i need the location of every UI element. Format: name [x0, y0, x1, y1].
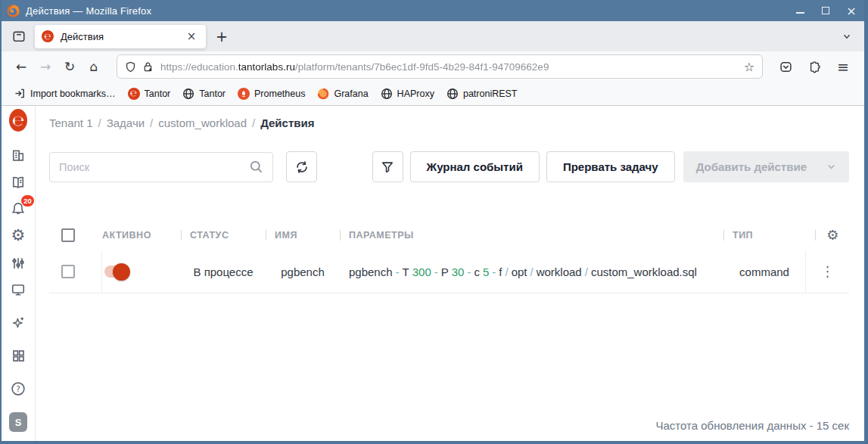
row-checkbox[interactable] — [61, 265, 75, 278]
nav-right-icons: ≡ — [773, 54, 855, 79]
sidebar-item-apps[interactable] — [9, 348, 27, 365]
sidebar-item-home[interactable]: ℮ — [9, 112, 27, 129]
bookmark-label: Tantor — [145, 88, 171, 99]
header-name[interactable]: ИМЯ — [266, 220, 340, 250]
sidebar-item-parameters[interactable] — [9, 255, 27, 272]
breadcrumb-separator: / — [252, 116, 255, 129]
reload-button[interactable]: ↻ — [58, 54, 82, 79]
firefox-view-button[interactable] — [8, 25, 30, 48]
select-all-checkbox[interactable] — [61, 228, 75, 242]
header-settings[interactable]: ⚙ — [805, 220, 849, 250]
active-toggle[interactable] — [104, 265, 129, 278]
url-bar[interactable]: https://education.tantorlabs.ru/platform… — [117, 54, 763, 79]
lock-icon[interactable] — [142, 61, 154, 73]
menu-button[interactable]: ≡ — [831, 54, 855, 79]
param-token: workload — [537, 265, 582, 278]
sidebar-item-notifications[interactable]: 20 — [9, 200, 27, 217]
breadcrumb-item[interactable]: custom_workload — [158, 116, 247, 129]
breadcrumb-item[interactable]: Tenant 1 — [49, 116, 93, 129]
refresh-rate-status: Частота обновления данных - 15 сек — [655, 419, 849, 432]
gear-icon: ⚙ — [11, 228, 26, 244]
globe-icon — [381, 88, 393, 100]
pocket-save-button[interactable] — [773, 54, 798, 79]
bookmark-label: HAProxy — [397, 88, 434, 99]
search-input[interactable] — [59, 161, 249, 173]
row-menu-kebab-icon[interactable]: ⋮ — [821, 265, 835, 278]
url-subdomain: education. — [191, 61, 238, 73]
add-action-button[interactable]: Добавить действие — [683, 151, 849, 182]
avatar: S — [9, 412, 27, 432]
monitor-icon — [11, 282, 26, 297]
import-icon — [14, 88, 26, 99]
new-tab-button[interactable]: + — [210, 25, 233, 48]
sidebar-item-assistant[interactable] — [9, 315, 27, 331]
param-token: P — [441, 265, 449, 278]
window-title: Действия — Mozilla Firefox — [26, 5, 151, 17]
back-button[interactable]: ← — [9, 54, 33, 79]
refresh-icon — [295, 160, 309, 174]
tab-close-icon[interactable]: × — [184, 29, 199, 44]
type-text: command — [739, 265, 789, 278]
table-row: В процессе pgbench pgbench - T 300 - P 3… — [49, 250, 849, 293]
search-box[interactable] — [49, 152, 273, 182]
bookmark-import[interactable]: Import bookmarks… — [9, 85, 120, 103]
header-params[interactable]: ПАРАМЕТРЫ — [340, 220, 723, 250]
header-status[interactable]: СТАТУС — [181, 220, 266, 250]
globe-icon — [446, 88, 459, 100]
header-type[interactable]: ТИП — [723, 220, 805, 250]
close-button[interactable]: × — [838, 0, 864, 21]
globe-icon — [182, 88, 194, 100]
sliders-icon — [11, 256, 26, 271]
minimize-button[interactable] — [787, 0, 813, 21]
interrupt-task-button[interactable]: Прервать задачу — [546, 151, 675, 182]
header-label: ПАРАМЕТРЫ — [349, 230, 414, 241]
help-icon: ? — [11, 381, 26, 396]
header-label: АКТИВНО — [102, 230, 151, 241]
actions-table: АКТИВНО СТАТУС ИМЯ ПАРАМЕТРЫ ТИП ⚙ В про… — [49, 220, 849, 293]
header-active[interactable]: АКТИВНО — [102, 220, 181, 250]
shield-icon[interactable] — [125, 61, 136, 73]
title-bar: Действия — Mozilla Firefox × — [2, 0, 864, 21]
status-text: В процессе — [193, 265, 253, 278]
grafana-icon — [317, 88, 329, 100]
sidebar-item-user[interactable]: S — [9, 414, 27, 430]
bookmark-tantor-1[interactable]: ℮ Tantor — [123, 85, 176, 103]
header-label: ТИП — [733, 230, 753, 241]
refresh-button[interactable] — [286, 151, 317, 182]
bookmark-prometheus[interactable]: Prometheus — [233, 85, 310, 103]
header-label: СТАТУС — [190, 230, 229, 241]
extensions-button[interactable] — [802, 54, 826, 79]
sidebar-item-documentation[interactable] — [9, 174, 27, 191]
sidebar-item-settings[interactable]: ⚙ — [9, 228, 27, 244]
cell-name: pgbench — [266, 250, 340, 293]
breadcrumb-item[interactable]: Задачи — [107, 116, 145, 129]
browser-tab[interactable]: ℮ Действия × — [35, 25, 206, 48]
home-button[interactable]: ⌂ — [82, 54, 106, 79]
bookmark-star-icon[interactable]: ☆ — [744, 60, 754, 74]
firefox-view-icon — [12, 29, 26, 43]
sidebar-item-monitoring[interactable] — [9, 281, 27, 298]
maximize-button[interactable] — [813, 0, 838, 21]
sidebar-item-help[interactable]: ? — [9, 380, 27, 397]
event-log-button[interactable]: Журнал событий — [410, 151, 540, 182]
param-token: c — [474, 265, 480, 278]
param-token: 5 — [483, 265, 489, 278]
bookmark-patronirest[interactable]: patroniREST — [442, 85, 522, 103]
firefox-window: Действия — Mozilla Firefox × ℮ Действия … — [0, 0, 868, 444]
breadcrumb-separator: / — [98, 116, 101, 129]
cell-type: command — [723, 250, 805, 293]
cell-status: В процессе — [181, 250, 266, 293]
bookmark-tantor-2[interactable]: Tantor — [178, 85, 230, 103]
column-settings-gear-icon[interactable]: ⚙ — [826, 228, 839, 242]
bookmark-grafana[interactable]: Grafana — [313, 85, 372, 103]
bookmark-haproxy[interactable]: HAProxy — [376, 85, 439, 103]
prometheus-icon — [238, 88, 250, 100]
forward-button[interactable]: → — [33, 54, 58, 79]
url-scheme: https:// — [160, 61, 191, 73]
url-text[interactable]: https://education.tantorlabs.ru/platform… — [160, 61, 739, 73]
filter-button[interactable] — [372, 151, 403, 182]
sidebar-item-organization[interactable] — [9, 147, 27, 163]
param-token: pgbench — [349, 265, 393, 278]
list-tabs-button[interactable] — [835, 25, 858, 48]
cell-params: pgbench - T 300 - P 30 - c 5 - f / opt — [340, 250, 723, 293]
